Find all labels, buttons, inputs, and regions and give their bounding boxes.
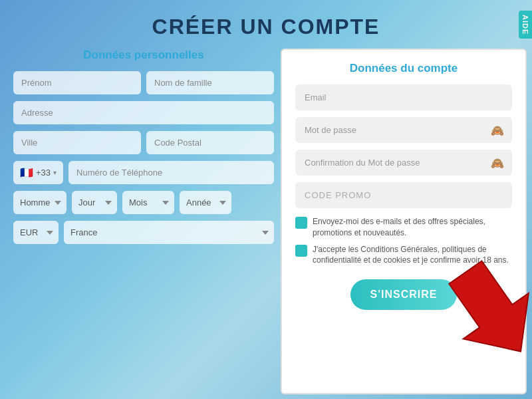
terms-checkbox[interactable]	[295, 245, 307, 257]
newsletter-checkbox-row: Envoyez-moi des e-mails et des offres sp…	[295, 216, 512, 239]
svg-marker-0	[439, 257, 532, 364]
newsletter-checkbox[interactable]	[295, 217, 307, 229]
confirm-password-toggle-icon[interactable]: 🙈	[491, 156, 504, 169]
account-data-panel: Données du compte 🙈 🙈 Envoyez-moi des e-…	[281, 49, 527, 394]
password-wrapper: 🙈	[295, 117, 512, 143]
confirm-password-wrapper: 🙈	[295, 150, 512, 176]
terms-checkbox-row: J'accepte les Conditions Générales, poli…	[295, 244, 512, 267]
confirm-password-input[interactable]	[295, 150, 512, 176]
register-button[interactable]: S'INSCRIRE	[350, 279, 457, 310]
phone-input[interactable]	[68, 161, 274, 184]
personal-data-panel: Données personnelles 🇫🇷 +33 ▾	[13, 49, 281, 394]
gender-select[interactable]: Homme Femme	[13, 191, 66, 214]
nom-input[interactable]	[146, 71, 274, 94]
country-select[interactable]: France	[64, 221, 274, 244]
gender-date-row: Homme Femme Jour Mois Année	[13, 191, 274, 214]
day-select[interactable]: Jour	[72, 191, 117, 214]
prenom-input[interactable]	[13, 71, 141, 94]
currency-country-row: EUR France	[13, 221, 274, 244]
code-postal-input[interactable]	[146, 131, 274, 154]
password-toggle-icon[interactable]: 🙈	[491, 124, 504, 136]
email-input[interactable]	[295, 84, 512, 110]
promo-input[interactable]	[295, 182, 512, 208]
account-data-title: Données du compte	[295, 62, 512, 75]
currency-select[interactable]: EUR	[13, 221, 59, 244]
phone-code: +33	[36, 168, 51, 178]
ville-input[interactable]	[13, 131, 141, 154]
newsletter-label: Envoyez-moi des e-mails et des offres sp…	[313, 216, 512, 239]
arrow-overlay	[439, 257, 532, 366]
aide-button[interactable]: AIDE	[519, 11, 532, 39]
chevron-down-icon: ▾	[53, 169, 57, 176]
phone-row: 🇫🇷 +33 ▾	[13, 161, 274, 184]
flag-icon: 🇫🇷	[20, 166, 33, 179]
month-select[interactable]: Mois	[122, 191, 174, 214]
phone-country-selector[interactable]: 🇫🇷 +33 ▾	[13, 161, 63, 184]
name-row	[13, 71, 274, 94]
red-arrow-icon	[439, 257, 532, 364]
password-input[interactable]	[295, 117, 512, 143]
adresse-input[interactable]	[13, 101, 274, 124]
page-title: CRÉER UN COMPTE	[0, 0, 532, 49]
personal-data-title: Données personnelles	[13, 49, 274, 62]
adresse-row	[13, 101, 274, 124]
terms-label: J'accepte les Conditions Générales, poli…	[313, 244, 512, 267]
ville-row	[13, 131, 274, 154]
year-select[interactable]: Année	[180, 191, 231, 214]
